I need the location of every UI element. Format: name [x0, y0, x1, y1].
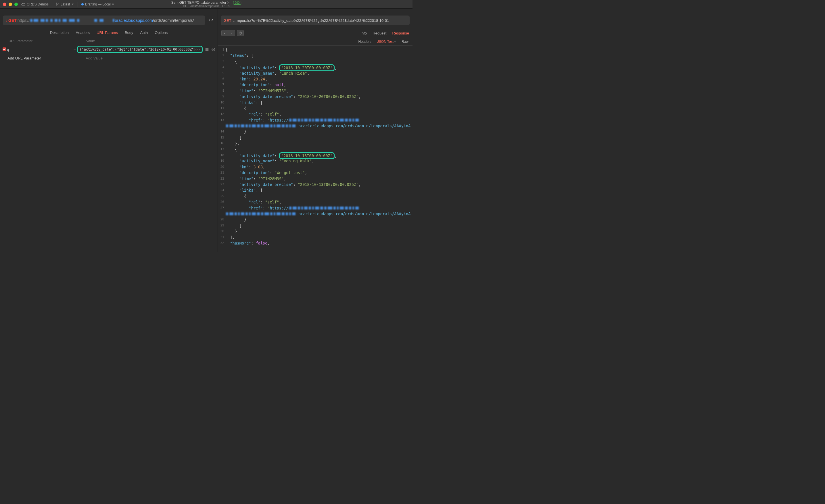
branch-name: Latest: [61, 2, 70, 6]
remove-icon[interactable]: [211, 48, 215, 52]
separator: [52, 2, 52, 7]
url-path: /ords/admin/temporals/: [153, 18, 194, 23]
tab-request[interactable]: Request: [373, 31, 386, 35]
separator: [78, 2, 78, 7]
document-tab[interactable]: Drafting — Local: [81, 2, 114, 6]
param-row: q = {"activity_date":{"$gt":{"$date":"20…: [0, 45, 218, 54]
tab-auth[interactable]: Auth: [140, 30, 148, 35]
maximize-window-icon[interactable]: [14, 3, 18, 6]
chevron-right-icon: ›: [231, 31, 232, 35]
line-gutter: 1234567891011121314151617181920212223242…: [218, 46, 225, 252]
chevron-down-icon: ▾: [394, 40, 396, 44]
request-url-bar[interactable]: ↕ GET https:// oraclecloud: [3, 15, 205, 25]
params-table-header: URL Parameter Value: [0, 37, 218, 45]
title-path: GET /ords/admin/temporals/: [183, 5, 219, 8]
svg-point-1: [56, 5, 57, 6]
response-body[interactable]: 1234567891011121314151617181920212223242…: [218, 46, 412, 252]
tab-label: Drafting — Local: [85, 2, 111, 6]
title-duration: 1.19 s: [222, 5, 229, 8]
send-request-button[interactable]: [207, 17, 215, 24]
param-enabled-checkbox[interactable]: [2, 47, 7, 52]
branch-selector[interactable]: Latest ▼: [56, 2, 74, 6]
branch-icon: [56, 3, 59, 6]
param-value-input[interactable]: {"activity_date":{"$gt":{"$date":"2018-1…: [77, 46, 203, 53]
svg-rect-3: [3, 47, 6, 51]
subtab-headers[interactable]: Headers: [358, 39, 371, 44]
subtab-json[interactable]: JSON Text▾: [377, 39, 396, 44]
unsaved-dot-icon: [112, 3, 114, 5]
project-name: ORDS Demos: [27, 2, 49, 6]
history-nav: ‹ ›: [221, 30, 244, 36]
title-summary: Sent GET TEMPO…date parameter >=: [171, 1, 231, 5]
http-method[interactable]: GET: [8, 18, 17, 23]
checkmark-icon: [2, 47, 6, 51]
svg-point-0: [56, 3, 57, 3]
tab-info[interactable]: Info: [361, 31, 367, 35]
svg-point-2: [58, 3, 59, 4]
project-selector[interactable]: ORDS Demos: [21, 2, 49, 6]
chevron-left-icon: ‹: [224, 31, 225, 35]
request-panel: ↕ GET https:// oraclecloud: [0, 9, 218, 252]
param-name-input[interactable]: q: [7, 48, 72, 52]
window-controls: [3, 3, 18, 6]
history-forward-button[interactable]: ›: [228, 30, 235, 36]
refresh-icon: [209, 18, 213, 23]
tab-headers[interactable]: Headers: [76, 30, 90, 35]
history-back-button[interactable]: ‹: [221, 30, 228, 36]
tab-url-params[interactable]: URL Params: [96, 30, 118, 35]
status-dot-icon: [81, 3, 84, 5]
url-host-suffix: oraclecloudapps.com: [115, 18, 153, 23]
url-host-censored: [29, 18, 115, 23]
tab-options[interactable]: Options: [155, 30, 168, 35]
add-param-label: Add URL Parameter: [7, 56, 80, 60]
method-picker-icon[interactable]: ↕: [6, 18, 8, 23]
list-icon[interactable]: [205, 48, 209, 52]
titlebar: ORDS Demos Latest ▼ Drafting — Local Sen…: [0, 0, 412, 9]
add-value-label: Add Value: [86, 56, 215, 60]
cloud-icon: [21, 2, 25, 6]
history-button[interactable]: [237, 30, 244, 36]
minimize-window-icon[interactable]: [9, 3, 12, 6]
chevron-down-icon: ▼: [72, 3, 74, 6]
equals-icon: =: [72, 48, 77, 52]
close-window-icon[interactable]: [3, 3, 6, 6]
url-protocol: https://: [17, 18, 29, 23]
params-header-name: URL Parameter: [9, 39, 86, 43]
params-header-value: Value: [86, 39, 95, 43]
response-panel: GET …mporals/?q=%7B%22activity_date%22:%…: [218, 9, 412, 252]
subtab-raw[interactable]: Raw: [401, 39, 408, 44]
clock-icon: [239, 31, 242, 35]
code-content: { "items": [ { "activity_date": "2018-10…: [225, 46, 412, 252]
tab-response[interactable]: Response: [392, 31, 409, 35]
response-url-bar: GET …mporals/?q=%7B%22activity_date%22:%…: [221, 15, 409, 25]
request-tabs: Description Headers URL Params Body Auth…: [0, 28, 218, 37]
response-url: …mporals/?q=%7B%22activity_date%22:%7B%2…: [233, 18, 389, 23]
response-method: GET: [224, 18, 231, 23]
add-param-row[interactable]: Add URL Parameter Add Value: [0, 54, 218, 62]
tab-description[interactable]: Description: [50, 30, 69, 35]
tab-body[interactable]: Body: [125, 30, 133, 35]
status-badge: 200: [233, 1, 241, 5]
